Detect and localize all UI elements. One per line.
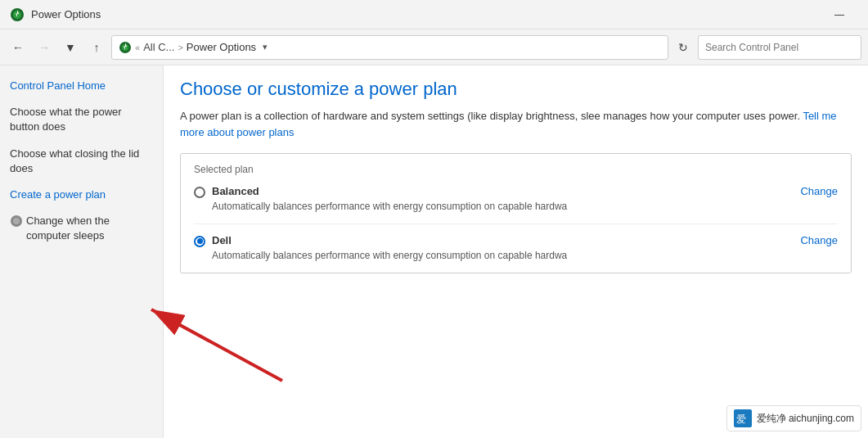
recent-locations-button[interactable]: ▼ bbox=[59, 36, 82, 59]
sidebar-item-lid: Choose what closing the lid does bbox=[10, 147, 153, 176]
titlebar: Power Options — bbox=[0, 0, 868, 29]
titlebar-title: Power Options bbox=[31, 8, 821, 20]
plan-balanced-info: Balanced Automatically balances performa… bbox=[212, 185, 567, 214]
sidebar-sleep-label: Change when the computer sleeps bbox=[26, 214, 153, 243]
breadcrumb-dropdown-button[interactable]: ▾ bbox=[263, 42, 268, 52]
sidebar-lid-label: Choose what closing the lid does bbox=[10, 147, 153, 176]
sidebar: Control Panel Home Choose what the power… bbox=[0, 65, 164, 438]
main-area: Control Panel Home Choose what the power… bbox=[0, 65, 868, 438]
titlebar-icon bbox=[10, 7, 25, 22]
search-input[interactable] bbox=[698, 35, 861, 60]
watermark-icon: 爱 bbox=[734, 409, 752, 427]
watermark-text: 爱纯净 aichunjing.com bbox=[757, 412, 854, 426]
up-button[interactable]: ↑ bbox=[85, 36, 108, 59]
breadcrumb-prefix: « bbox=[135, 43, 140, 52]
content-description: A power plan is a collection of hardware… bbox=[180, 108, 852, 140]
plan-dell-info: Dell Automatically balances performance … bbox=[212, 234, 567, 263]
breadcrumb-icon bbox=[119, 41, 132, 54]
content-desc-text: A power plan is a collection of hardware… bbox=[180, 110, 800, 122]
plan-row-balanced: Balanced Automatically balances performa… bbox=[194, 185, 838, 224]
sidebar-home-label: Control Panel Home bbox=[10, 79, 106, 93]
refresh-button[interactable]: ↻ bbox=[672, 36, 695, 59]
plan-dell-col: Dell Automatically balances performance … bbox=[194, 234, 787, 263]
plan-balanced-col: Balanced Automatically balances performa… bbox=[194, 185, 787, 214]
radio-dell[interactable] bbox=[194, 236, 205, 247]
section-label: Selected plan bbox=[194, 164, 838, 175]
breadcrumb-current: Power Options bbox=[187, 41, 256, 53]
content-title: Choose or customize a power plan bbox=[180, 79, 852, 100]
breadcrumb-allc[interactable]: All C... bbox=[143, 41, 174, 53]
plan-balanced-desc: Automatically balances performance with … bbox=[212, 200, 567, 214]
titlebar-controls: — bbox=[821, 2, 858, 27]
sleep-icon bbox=[10, 214, 23, 232]
radio-balanced[interactable] bbox=[194, 187, 205, 198]
sidebar-item-sleep: Change when the computer sleeps bbox=[10, 214, 153, 243]
addressbar: ← → ▼ ↑ « All C... > Power Options ▾ ↻ bbox=[0, 29, 868, 65]
forward-button[interactable]: → bbox=[33, 36, 56, 59]
svg-point-7 bbox=[13, 218, 20, 224]
sidebar-item-create-plan[interactable]: Create a power plan bbox=[10, 187, 153, 202]
content-area: Choose or customize a power plan A power… bbox=[164, 65, 868, 438]
sidebar-item-power-button: Choose what the power button does bbox=[10, 105, 153, 134]
plan-balanced-name: Balanced bbox=[212, 185, 567, 197]
plan-dell-desc: Automatically balances performance with … bbox=[212, 249, 567, 263]
minimize-button[interactable]: — bbox=[821, 2, 858, 27]
watermark: 爱 爱纯净 aichunjing.com bbox=[726, 405, 861, 431]
breadcrumb-sep: > bbox=[178, 43, 182, 52]
plan-dell-name: Dell bbox=[212, 234, 567, 246]
breadcrumb-bar[interactable]: « All C... > Power Options ▾ bbox=[111, 35, 668, 60]
change-balanced-link[interactable]: Change bbox=[800, 185, 838, 197]
back-button[interactable]: ← bbox=[7, 36, 29, 59]
sidebar-create-plan-label: Create a power plan bbox=[10, 187, 106, 202]
sidebar-item-home[interactable]: Control Panel Home bbox=[10, 79, 153, 93]
svg-text:爱: 爱 bbox=[736, 413, 746, 425]
change-dell-link[interactable]: Change bbox=[800, 234, 838, 246]
sidebar-power-button-label: Choose what the power button does bbox=[10, 105, 153, 134]
plan-row-dell: Dell Automatically balances performance … bbox=[194, 234, 838, 263]
selected-plan-section: Selected plan Balanced Automatically bal… bbox=[180, 153, 852, 273]
